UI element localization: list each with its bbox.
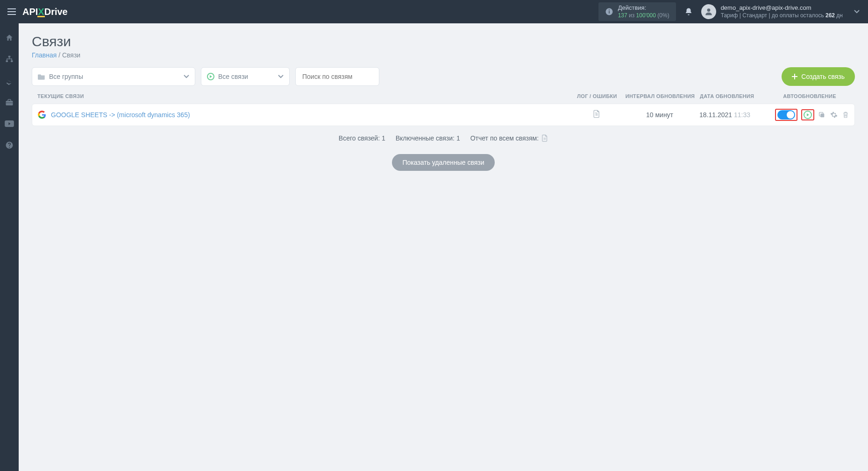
logo-text-suffix: Drive <box>44 7 68 17</box>
sidebar <box>0 23 19 471</box>
header: APIXDrive Действия: 137 из 100'000 (0%) <box>0 0 868 23</box>
actions-label: Действия: <box>618 4 669 12</box>
user-tariff: Тариф | Стандарт | до оплаты осталось 26… <box>721 12 843 20</box>
highlight-box-toggle <box>775 109 797 121</box>
file-icon <box>593 110 600 118</box>
chevron-down-icon <box>184 75 189 78</box>
connections-filter-label: Все связи <box>218 73 248 80</box>
logo[interactable]: APIXDrive <box>22 7 68 17</box>
search-input[interactable] <box>295 67 379 86</box>
play-circle-icon <box>207 73 214 80</box>
info-icon <box>605 7 613 16</box>
avatar-icon <box>701 4 716 19</box>
plus-icon <box>792 74 797 79</box>
sidebar-connections-icon[interactable] <box>0 49 19 69</box>
sidebar-help-icon[interactable] <box>0 135 19 155</box>
th-auto: АВТООБНОВЛЕНИЕ <box>770 93 849 99</box>
th-interval: ИНТЕРВАЛ ОБНОВЛЕНИЯ <box>620 93 700 99</box>
autoupdate-toggle[interactable] <box>777 110 795 120</box>
chevron-down-icon <box>278 75 284 78</box>
svg-rect-5 <box>6 60 8 62</box>
svg-rect-8 <box>6 103 13 103</box>
svg-point-11 <box>9 147 10 148</box>
sidebar-home-icon[interactable] <box>0 28 19 48</box>
folder-icon <box>38 74 45 80</box>
actions-value: 137 из 100'000 (0%) <box>618 12 669 20</box>
main-content: Связи Главная / Связи Все группы <box>19 23 868 471</box>
groups-dropdown[interactable]: Все группы <box>32 67 195 86</box>
user-email: demo_apix-drive@apix-drive.com <box>721 4 843 12</box>
interval-cell: 10 минут <box>620 111 699 119</box>
notifications-icon[interactable] <box>684 7 693 16</box>
sidebar-billing-icon[interactable] <box>0 71 19 91</box>
groups-dropdown-label: Все группы <box>49 73 83 80</box>
menu-toggle-icon[interactable] <box>5 5 19 19</box>
svg-rect-12 <box>820 113 824 117</box>
settings-icon[interactable] <box>830 111 838 119</box>
copy-icon[interactable] <box>818 111 825 119</box>
actions-counter[interactable]: Действия: 137 из 100'000 (0%) <box>598 2 676 21</box>
breadcrumb-home[interactable]: Главная <box>32 51 57 59</box>
date-cell: 18.11.2021 11:33 <box>699 111 769 119</box>
run-now-button[interactable] <box>804 111 812 119</box>
sidebar-video-icon[interactable] <box>0 114 19 134</box>
svg-rect-4 <box>8 56 11 58</box>
logo-x-icon: X <box>38 7 44 17</box>
highlight-box-play <box>801 109 814 120</box>
svg-point-2 <box>609 9 610 10</box>
log-cell[interactable] <box>573 110 620 120</box>
logo-text-prefix: API <box>22 7 38 17</box>
google-icon <box>38 111 46 119</box>
delete-icon[interactable] <box>842 111 849 119</box>
report-link[interactable]: Отчет по всем связям: <box>470 134 548 142</box>
table-row: GOOGLE SHEETS -> (microsoft dynamics 365… <box>32 104 855 126</box>
chevron-down-icon <box>854 10 860 14</box>
breadcrumb-current: Связи <box>62 51 80 59</box>
user-menu[interactable]: demo_apix-drive@apix-drive.com Тариф | С… <box>701 4 863 19</box>
create-connection-button[interactable]: Создать связь <box>782 67 855 86</box>
svg-point-3 <box>707 8 710 12</box>
svg-rect-6 <box>11 60 13 62</box>
show-deleted-button[interactable]: Показать удаленные связи <box>392 154 494 171</box>
create-button-label: Создать связь <box>801 73 845 80</box>
sidebar-briefcase-icon[interactable] <box>0 92 19 112</box>
svg-rect-1 <box>609 11 610 13</box>
file-icon <box>541 134 548 142</box>
connections-filter-dropdown[interactable]: Все связи <box>201 67 290 86</box>
th-log: ЛОГ / ОШИБКИ <box>574 93 620 99</box>
summary-row: Всего связей: 1 Включенные связи: 1 Отче… <box>32 134 855 142</box>
table-header: ТЕКУЩИЕ СВЯЗИ ЛОГ / ОШИБКИ ИНТЕРВАЛ ОБНО… <box>32 93 855 104</box>
th-date: ДАТА ОБНОВЛЕНИЯ <box>700 93 770 99</box>
svg-rect-7 <box>6 101 13 105</box>
connection-name-link[interactable]: GOOGLE SHEETS -> (microsoft dynamics 365… <box>51 111 190 119</box>
page-title: Связи <box>32 34 855 49</box>
breadcrumb: Главная / Связи <box>32 51 855 59</box>
th-name: ТЕКУЩИЕ СВЯЗИ <box>37 93 574 99</box>
